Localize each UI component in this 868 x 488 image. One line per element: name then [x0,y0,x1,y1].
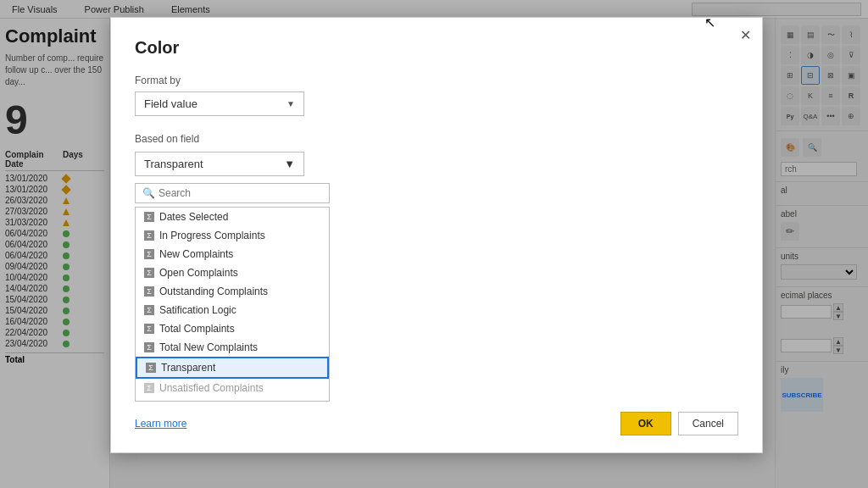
sigma-icon: Σ [144,212,154,222]
chevron-down-icon-2: ▼ [284,158,295,170]
list-item-in-progress[interactable]: Σ In Progress Complaints [136,226,329,245]
field-list: Σ Dates Selected Σ In Progress Complaint… [135,207,330,402]
list-item-dates-selected[interactable]: Σ Dates Selected [136,208,329,226]
format-by-label: Format by [135,75,738,86]
sigma-icon: Σ [144,305,154,315]
field-dropdown[interactable]: Transparent ▼ [135,152,304,176]
sigma-icon: Σ [144,342,154,352]
search-box: 🔍 [135,183,330,203]
sigma-icon: Σ [144,383,154,393]
sigma-icon: Σ [146,363,156,373]
footer-buttons: OK Cancel [620,412,738,435]
list-item-outstanding[interactable]: Σ Outstanding Complaints [136,282,329,301]
field-value: Transparent [144,158,203,170]
sigma-icon: Σ [144,286,154,297]
list-item-new-complaints[interactable]: Σ New Complaints [136,245,329,263]
cancel-button[interactable]: Cancel [678,412,738,435]
based-on-field-label: Based on field [135,133,738,145]
search-icon: 🔍 [142,187,155,199]
sigma-icon: Σ [144,230,154,241]
list-item-satification[interactable]: Σ Satification Logic [136,301,329,319]
list-item-transparent[interactable]: Σ Transparent [136,357,329,379]
list-item-total-complaints[interactable]: Σ Total Complaints [136,319,329,338]
ok-button[interactable]: OK [620,412,671,435]
sigma-icon: Σ [144,268,154,278]
list-item-open-complaints[interactable]: Σ Open Complaints [136,263,329,282]
list-item-total-new[interactable]: Σ Total New Complaints [136,338,329,357]
sigma-icon: Σ [144,324,154,334]
modal-footer: Learn more OK Cancel [135,412,738,435]
color-modal: ✕ Color Format by Field value ▼ Based on… [110,17,763,453]
search-input[interactable] [159,187,322,199]
format-by-dropdown[interactable]: Field value ▼ [135,92,304,116]
modal-close-button[interactable]: ✕ [737,26,754,43]
list-item-unsatisfied[interactable]: Σ Unsatisfied Complaints [136,379,329,397]
modal-title: Color [135,38,738,58]
brokers-group[interactable]: ▶ ⊞ Brokers [136,397,329,402]
chevron-down-icon: ▼ [287,99,295,108]
format-by-value: Field value [144,97,198,110]
learn-more-link[interactable]: Learn more [135,418,186,430]
sigma-icon: Σ [144,249,154,259]
